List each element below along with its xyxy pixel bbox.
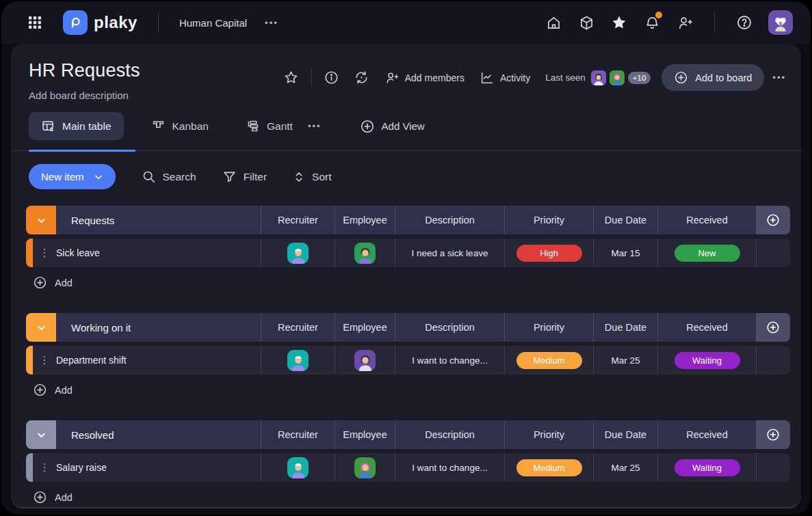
received-badge[interactable]: New — [675, 245, 740, 262]
table-row[interactable]: ⋮ Department shift I want to change... — [26, 346, 790, 375]
collapse-group-button[interactable] — [26, 206, 56, 234]
views-more-icon[interactable]: ••• — [308, 121, 322, 131]
recruiter-cell[interactable] — [261, 239, 335, 267]
row-menu-icon[interactable]: ⋮ — [33, 453, 56, 482]
employee-cell[interactable] — [335, 346, 395, 375]
column-header-due-date[interactable]: Due Date — [593, 313, 657, 342]
add-members-button[interactable]: Add members — [379, 66, 470, 90]
search-button[interactable]: Search — [142, 169, 196, 184]
package-icon[interactable] — [573, 10, 599, 36]
column-header-employee[interactable]: Employee — [335, 420, 395, 449]
recruiter-avatar[interactable] — [287, 350, 309, 371]
filter-button[interactable]: Filter — [222, 169, 267, 184]
tab-main-table[interactable]: Main table — [29, 112, 124, 140]
tab-kanban[interactable]: Kanban — [142, 112, 218, 140]
add-item-button[interactable]: Add — [26, 375, 101, 405]
row-menu-icon[interactable]: ⋮ — [33, 239, 56, 267]
column-header-description[interactable]: Description — [395, 420, 504, 449]
column-header-received[interactable]: Received — [657, 420, 756, 449]
add-to-board-button[interactable]: Add to board — [662, 64, 764, 91]
board-description-placeholder[interactable]: Add board description — [29, 90, 140, 101]
received-badge[interactable]: Waiting — [675, 352, 740, 369]
received-cell[interactable]: New — [657, 239, 756, 267]
sort-button[interactable]: Sort — [293, 170, 331, 184]
last-seen-avatar[interactable] — [610, 70, 625, 85]
priority-cell[interactable]: High — [504, 239, 593, 267]
last-seen-avatar[interactable] — [591, 70, 606, 85]
star-board-icon[interactable] — [278, 65, 304, 91]
group-name[interactable]: Working on it — [56, 313, 261, 342]
help-icon[interactable] — [731, 10, 757, 36]
column-header-due-date[interactable]: Due Date — [593, 206, 657, 234]
employee-avatar[interactable] — [354, 350, 376, 371]
priority-badge[interactable]: Medium — [516, 459, 582, 476]
employee-avatar[interactable] — [354, 243, 376, 264]
description-cell[interactable]: I want to change... — [395, 346, 504, 375]
row-menu-icon[interactable]: ⋮ — [33, 346, 56, 375]
item-name[interactable]: Salary raise — [56, 453, 261, 482]
home-icon[interactable] — [540, 10, 566, 36]
group-name[interactable]: Requests — [56, 206, 261, 234]
description-cell[interactable]: I need a sick leave — [395, 239, 504, 267]
received-cell[interactable]: Waiting — [657, 453, 756, 482]
column-header-priority[interactable]: Priority — [504, 313, 593, 342]
group-name[interactable]: Resolved — [56, 420, 261, 449]
priority-cell[interactable]: Medium — [504, 346, 593, 375]
column-header-received[interactable]: Received — [657, 206, 756, 234]
employee-avatar[interactable] — [354, 457, 376, 478]
due-date-cell[interactable]: Mar 25 — [593, 453, 657, 482]
plaky-logo[interactable]: plaky — [63, 10, 137, 35]
favorites-star-icon[interactable] — [606, 10, 632, 36]
recruiter-avatar[interactable] — [287, 243, 309, 264]
workspace-name[interactable]: Human Capital — [179, 17, 247, 29]
board-title[interactable]: HR Requests — [29, 60, 140, 81]
column-header-recruiter[interactable]: Recruiter — [261, 420, 335, 449]
column-header-description[interactable]: Description — [395, 206, 504, 234]
recruiter-cell[interactable] — [261, 346, 335, 375]
priority-badge[interactable]: Medium — [516, 352, 582, 369]
item-name[interactable]: Department shift — [56, 346, 261, 375]
due-date-cell[interactable]: Mar 15 — [593, 239, 657, 267]
add-item-button[interactable]: Add — [26, 267, 101, 298]
board-more-icon[interactable]: ••• — [772, 72, 786, 83]
add-column-button[interactable] — [756, 206, 790, 234]
column-header-employee[interactable]: Employee — [335, 313, 395, 342]
employee-cell[interactable] — [335, 453, 395, 482]
collapse-group-button[interactable] — [26, 313, 56, 342]
column-header-received[interactable]: Received — [657, 313, 756, 342]
received-badge[interactable]: Waiting — [675, 459, 740, 476]
column-header-priority[interactable]: Priority — [504, 420, 593, 449]
column-header-due-date[interactable]: Due Date — [593, 420, 657, 449]
invite-person-add-icon[interactable] — [672, 10, 698, 36]
activity-button[interactable]: Activity — [474, 66, 536, 90]
description-cell[interactable]: I want to change... — [395, 453, 504, 482]
workspace-more-icon[interactable]: ••• — [265, 18, 278, 28]
recruiter-cell[interactable] — [261, 453, 335, 482]
collapse-group-button[interactable] — [26, 420, 56, 449]
last-seen-group[interactable]: Last seen +10 — [545, 70, 651, 85]
column-header-recruiter[interactable]: Recruiter — [261, 206, 335, 234]
received-cell[interactable]: Waiting — [657, 346, 756, 375]
notifications-bell-icon[interactable] — [639, 10, 665, 36]
user-avatar[interactable] — [768, 10, 793, 35]
due-date-cell[interactable]: Mar 25 — [593, 346, 657, 375]
add-item-button[interactable]: Add — [26, 482, 101, 508]
table-row[interactable]: ⋮ Sick leave I need a sick leave — [26, 239, 790, 267]
new-item-button[interactable]: New item — [29, 164, 116, 189]
column-header-priority[interactable]: Priority — [504, 206, 593, 234]
add-view-button[interactable]: Add View — [360, 119, 425, 134]
tab-gantt[interactable]: Gantt — [236, 112, 302, 140]
employee-cell[interactable] — [335, 239, 395, 267]
item-name[interactable]: Sick leave — [56, 239, 261, 267]
last-seen-overflow-badge[interactable]: +10 — [628, 72, 651, 84]
add-column-button[interactable] — [756, 313, 790, 342]
priority-badge[interactable]: High — [516, 245, 582, 262]
column-header-employee[interactable]: Employee — [335, 206, 395, 234]
priority-cell[interactable]: Medium — [504, 453, 593, 482]
sync-refresh-icon[interactable] — [349, 65, 375, 91]
recruiter-avatar[interactable] — [287, 457, 309, 478]
add-column-button[interactable] — [756, 420, 790, 449]
column-header-recruiter[interactable]: Recruiter — [261, 313, 335, 342]
table-row[interactable]: ⋮ Salary raise I want to change... — [26, 453, 790, 482]
apps-grid-icon[interactable] — [22, 10, 48, 36]
